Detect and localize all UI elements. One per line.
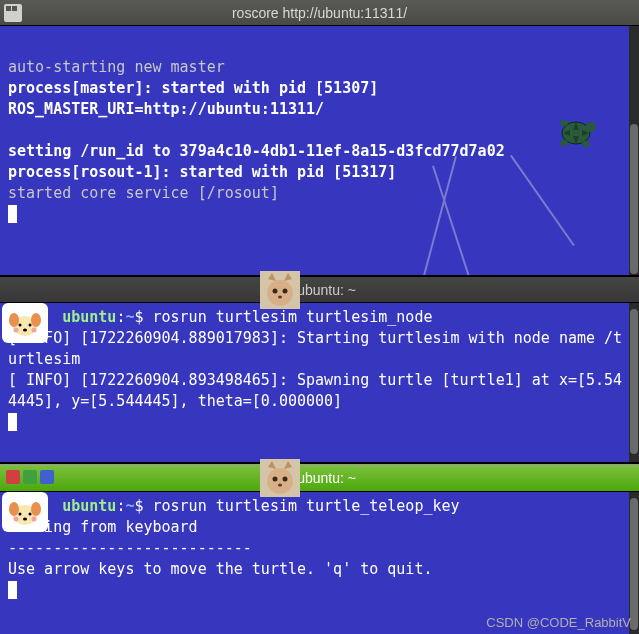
cursor-icon [8,581,17,599]
svg-point-24 [273,477,278,482]
turtle-icon [553,111,599,151]
dog-badge-icon [2,303,48,343]
cat-avatar-icon [260,459,300,497]
roscore-runid: setting /run_id to 379a4c10-4db1-11ef-8a… [8,141,631,162]
svg-point-17 [19,324,22,327]
svg-point-26 [278,484,282,487]
prompt-host: ubuntu [62,308,116,326]
svg-point-12 [283,289,288,294]
node-command: rosrun turtlesim turtlesim_node [153,308,433,326]
prompt-host: ubuntu [62,497,116,515]
teleop-titlebar[interactable]: @ubuntu: ~ [0,464,639,492]
svg-point-18 [29,324,32,327]
window-buttons[interactable] [6,470,54,484]
teleop-reading: Reading from keyboard [8,517,631,538]
teleop-command: rosrun turtlesim turtle_teleop_key [153,497,460,515]
svg-point-15 [9,313,19,327]
teleop-scrollbar[interactable] [629,492,639,634]
svg-point-23 [267,468,293,494]
node-terminal[interactable]: ubuntu:~$ rosrun turtlesim turtlesim_nod… [0,303,639,462]
svg-point-10 [267,280,293,306]
svg-point-33 [14,517,19,522]
roscore-autostart: auto-starting new master [8,57,631,78]
cat-avatar-icon [260,271,300,309]
node-titlebar[interactable]: @ubuntu: ~ [0,277,639,303]
svg-point-8 [582,141,590,147]
svg-point-6 [560,120,568,126]
svg-point-34 [32,517,37,522]
svg-point-16 [31,313,41,327]
node-info2: [ INFO] [1722260904.893498465]: Spawning… [8,370,631,412]
roscore-titlebar[interactable]: roscore http://ubuntu:11311/ [0,0,639,26]
cursor-icon [8,413,17,431]
dog-badge-icon [2,492,48,532]
roscore-title: roscore http://ubuntu:11311/ [232,5,407,21]
cursor-icon [8,205,17,223]
svg-point-31 [29,513,32,516]
svg-point-20 [14,328,19,333]
svg-point-5 [586,122,596,132]
roscore-process-rosout: process[rosout-1]: started with pid [513… [8,162,631,183]
node-scrollbar[interactable] [629,303,639,462]
node-info1: [ INFO] [1722260904.889017983]: Starting… [8,328,631,370]
svg-point-30 [19,513,22,516]
svg-point-11 [273,289,278,294]
roscore-terminal[interactable]: auto-starting new master process[master]… [0,26,639,275]
teleop-terminal[interactable]: ubuntu:~$ rosrun turtlesim turtle_teleop… [0,492,639,634]
teleop-dashes: --------------------------- [8,538,631,559]
watermark: CSDN @CODE_RabbitV [486,615,631,630]
svg-point-25 [283,477,288,482]
svg-point-21 [32,328,37,333]
svg-point-13 [278,296,282,299]
svg-point-7 [560,140,568,146]
roscore-scrollbar[interactable] [629,26,639,275]
window-grid-icon[interactable] [4,4,22,22]
teleop-instruct: Use arrow keys to move the turtle. 'q' t… [8,559,631,580]
roscore-process-master: process[master]: started with pid [51307… [8,78,631,99]
svg-point-19 [23,329,27,332]
svg-point-32 [23,518,27,521]
roscore-master-uri: ROS_MASTER_URI=http://ubuntu:11311/ [8,99,631,120]
svg-point-28 [9,502,19,516]
svg-point-29 [31,502,41,516]
